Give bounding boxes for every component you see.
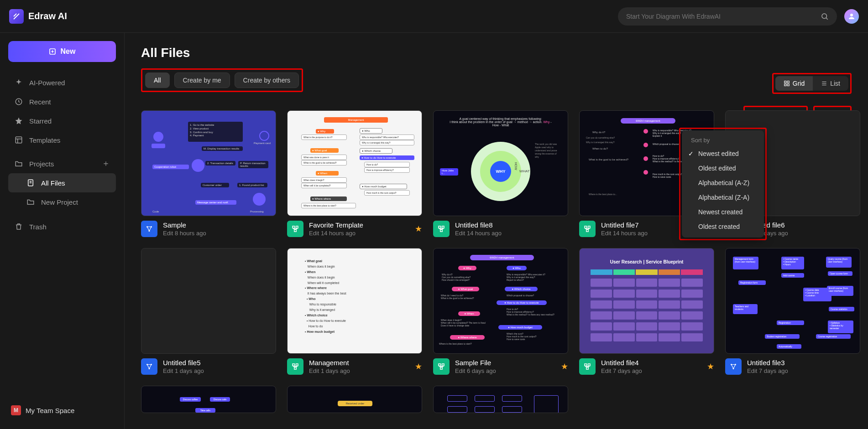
- svg-rect-15: [294, 230, 297, 232]
- nav-label: Starred: [29, 117, 52, 125]
- page-title: All Files: [141, 46, 852, 60]
- svg-rect-30: [294, 367, 297, 370]
- svg-point-0: [822, 14, 827, 19]
- search-input[interactable]: [626, 13, 821, 20]
- svg-rect-29: [296, 364, 298, 366]
- svg-rect-21: [586, 230, 589, 232]
- svg-rect-28: [293, 364, 295, 366]
- tab-all[interactable]: All: [145, 72, 170, 88]
- svg-rect-36: [586, 367, 589, 370]
- view-list-button[interactable]: List: [813, 76, 848, 91]
- file-type-icon: [287, 358, 303, 375]
- nav-label: All Files: [41, 179, 65, 187]
- nav-starred[interactable]: Starred: [8, 111, 116, 130]
- file-card[interactable]: 1. Go to the website2. View product3. Co…: [141, 110, 276, 237]
- file-time: Edit 1 days ago: [309, 367, 409, 374]
- file-card[interactable]: Discuss coffee Discuss cafe Take calls: [141, 386, 276, 413]
- file-name: Sample: [163, 221, 276, 229]
- search-icon: [821, 12, 829, 21]
- nav-label: Recent: [29, 98, 51, 106]
- logo-area[interactable]: Edraw AI: [9, 9, 67, 24]
- file-name: Untitled file4: [601, 359, 701, 367]
- file-name: Favorite Template: [309, 221, 409, 229]
- trash-icon: [15, 222, 23, 231]
- sort-option[interactable]: Newest edited: [682, 146, 764, 161]
- sort-option[interactable]: Oldest created: [682, 219, 764, 234]
- sort-dropdown: Sort by Newest edited Oldest edited Alph…: [682, 130, 764, 238]
- projects-section[interactable]: Projects: [8, 154, 116, 173]
- svg-rect-6: [784, 81, 786, 83]
- new-button[interactable]: New: [8, 41, 116, 62]
- add-project-icon[interactable]: [102, 160, 110, 167]
- folder-icon: [26, 198, 35, 206]
- file-card[interactable]: Management ● Why ● Who What is the purpo…: [287, 110, 422, 237]
- star-icon: [15, 117, 23, 125]
- star-icon[interactable]: ★: [707, 362, 714, 372]
- avatar[interactable]: [844, 9, 859, 24]
- nav-all-files[interactable]: All Files: [8, 173, 116, 192]
- file-type-icon: [287, 221, 303, 237]
- file-card[interactable]: User Research | Service Blueprint Untitl…: [579, 248, 714, 375]
- file-card[interactable]: Received order: [287, 386, 422, 413]
- file-card[interactable]: A goal centered way of thinking that emp…: [433, 110, 568, 237]
- star-icon[interactable]: ★: [561, 362, 568, 372]
- file-type-icon: [141, 358, 157, 375]
- svg-rect-7: [787, 81, 789, 83]
- svg-rect-34: [585, 364, 587, 366]
- nav-label: New Project: [41, 198, 78, 206]
- sort-option[interactable]: Oldest edited: [682, 161, 764, 176]
- file-card[interactable]: 6W2H management ● Why ● Who Why do it?Ca…: [433, 248, 568, 375]
- file-type-icon: [433, 221, 450, 237]
- view-toggle-highlight: Grid List: [772, 73, 852, 94]
- svg-rect-18: [440, 230, 443, 232]
- team-space[interactable]: M My Team Space: [8, 400, 116, 421]
- nav-trash[interactable]: Trash: [8, 217, 116, 236]
- svg-rect-35: [588, 364, 591, 366]
- sort-option[interactable]: Alphabetical (A-Z): [682, 176, 764, 190]
- svg-rect-14: [296, 226, 298, 228]
- file-card[interactable]: [433, 386, 568, 413]
- file-name: Untitled file3: [747, 359, 860, 367]
- grid-icon: [784, 80, 790, 87]
- view-grid-label: Grid: [793, 80, 805, 87]
- projects-label: Projects: [29, 160, 54, 168]
- star-icon[interactable]: ★: [415, 224, 422, 234]
- file-name: Sample File: [455, 359, 555, 367]
- file-type-icon: [141, 221, 157, 237]
- clock-icon: [15, 98, 23, 106]
- team-label: My Team Space: [26, 407, 74, 414]
- nav-ai-powered[interactable]: AI-Powered: [8, 73, 116, 92]
- svg-rect-13: [293, 226, 295, 228]
- star-icon[interactable]: ★: [415, 362, 422, 372]
- sort-option[interactable]: Newest created: [682, 205, 764, 219]
- sort-dropdown-highlight: Sort by Newest edited Oldest edited Alph…: [679, 128, 767, 240]
- nav-templates[interactable]: Templates: [8, 130, 116, 150]
- team-badge: M: [11, 405, 21, 415]
- file-time: Edit 14 hours ago: [455, 230, 568, 237]
- view-grid-button[interactable]: Grid: [775, 76, 813, 91]
- search-box[interactable]: [618, 7, 837, 26]
- file-card[interactable]: • What goal When does it begin • When Wh…: [287, 248, 422, 375]
- nav-label: Trash: [29, 223, 47, 231]
- file-card[interactable]: Management form(from user interface) • C…: [725, 248, 860, 375]
- sort-option[interactable]: Alphabetical (Z-A): [682, 190, 764, 205]
- files-icon: [26, 179, 35, 187]
- file-time: Edit 8 hours ago: [163, 230, 276, 237]
- file-name: Management: [309, 359, 409, 367]
- file-type-icon: [433, 358, 450, 375]
- new-label: New: [61, 47, 76, 56]
- file-name: Untitled file5: [163, 359, 276, 367]
- folder-icon: [15, 160, 23, 168]
- template-icon: [15, 136, 23, 144]
- nav-recent[interactable]: Recent: [8, 92, 116, 111]
- svg-rect-31: [439, 364, 441, 366]
- svg-rect-16: [439, 226, 441, 228]
- tab-create-by-others[interactable]: Create by others: [235, 72, 299, 88]
- tab-create-by-me[interactable]: Create by me: [174, 72, 230, 88]
- logo-icon: [9, 9, 24, 24]
- file-card[interactable]: Untitled file5 Edit 1 days ago: [141, 248, 276, 375]
- nav-new-project[interactable]: New Project: [8, 192, 116, 212]
- nav-label: AI-Powered: [29, 79, 65, 87]
- svg-rect-9: [787, 84, 789, 86]
- sparkle-icon: [15, 78, 23, 87]
